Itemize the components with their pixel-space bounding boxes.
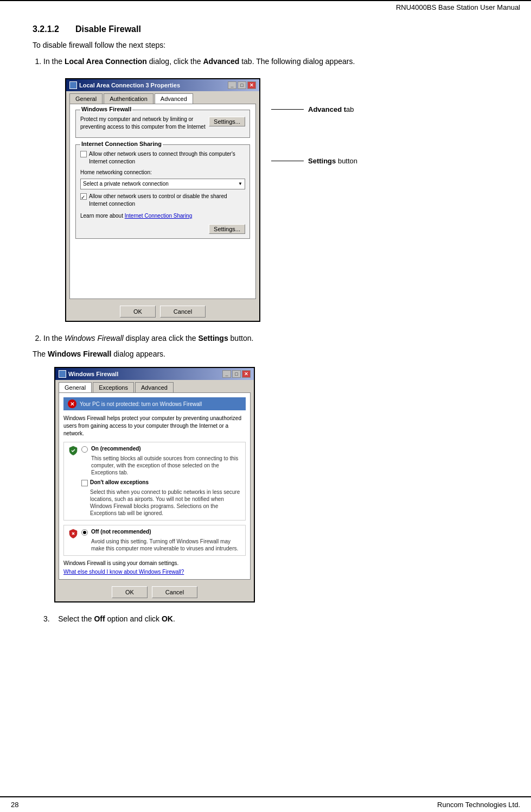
dialog1-cancel-button[interactable]: Cancel bbox=[160, 306, 206, 318]
dialog1-area: Local Area Connection 3 Properties _ □ ✕… bbox=[65, 78, 498, 322]
dialog1-title: Local Area Connection 3 Properties bbox=[69, 81, 180, 89]
section-number: 3.2.1.2 bbox=[33, 24, 59, 34]
dialog2-tb-buttons[interactable]: _ □ ✕ bbox=[222, 370, 251, 378]
bold-off: Off bbox=[94, 614, 105, 623]
bold-settings: Settings bbox=[198, 334, 228, 342]
steps-list: In the Local Area Connection dialog, cli… bbox=[43, 56, 498, 344]
sharing-checkbox2-label: Allow other network users to control or … bbox=[89, 193, 245, 208]
domain-note: Windows Firewall is using your domain se… bbox=[63, 560, 246, 566]
on-radio[interactable] bbox=[81, 446, 88, 453]
bold-local-area: Local Area Connection bbox=[65, 57, 147, 66]
italic-windows-firewall: Windows Firewall bbox=[65, 334, 124, 342]
page-header: RNU4000BS Base Station User Manual bbox=[0, 0, 531, 14]
d2-tab-general[interactable]: General bbox=[59, 382, 92, 392]
settings-btn-annotation: Settings button bbox=[271, 157, 357, 165]
sharing-checkbox2[interactable] bbox=[80, 193, 87, 200]
learn-more-text: Learn more about Internet Connection Sha… bbox=[80, 212, 245, 220]
off-option-desc: Avoid using this setting. Turning off Wi… bbox=[91, 538, 241, 552]
d2-tab-exceptions[interactable]: Exceptions bbox=[93, 382, 134, 392]
dialog2-screenshot: Windows Firewall _ □ ✕ General Exception… bbox=[54, 367, 255, 602]
firewall-desc: Windows Firewall helps protect your comp… bbox=[63, 415, 246, 437]
section-heading: 3.2.1.2 Disable Firewall bbox=[33, 24, 498, 34]
dialog2-title: Windows Firewall bbox=[59, 370, 118, 378]
tab-advanced[interactable]: Advanced bbox=[155, 93, 193, 104]
annotations: Advanced tab Settings button bbox=[271, 78, 357, 165]
dialog1-title-text: Local Area Connection 3 Properties bbox=[79, 82, 180, 88]
on-option-content: On (recommended) This setting blocks all… bbox=[81, 446, 241, 476]
step-1: In the Local Area Connection dialog, cli… bbox=[43, 56, 498, 322]
on-option-desc: This setting blocks all outside sources … bbox=[91, 455, 241, 476]
dont-allow-label: Don't allow exceptions bbox=[90, 479, 149, 485]
off-option-section: Off (not recommended) Avoid using this s… bbox=[63, 525, 246, 556]
dont-allow-checkbox[interactable] bbox=[81, 480, 88, 486]
dialog1-icon bbox=[69, 81, 77, 89]
dialog1-screenshot: Local Area Connection 3 Properties _ □ ✕… bbox=[65, 78, 260, 322]
intro-text: To disable firewall follow the next step… bbox=[33, 41, 498, 49]
dialog2-titlebar: Windows Firewall _ □ ✕ bbox=[55, 368, 254, 380]
dont-allow-desc: Select this when you connect to public n… bbox=[90, 489, 241, 517]
maximize-button[interactable]: □ bbox=[238, 81, 246, 89]
page-content: 3.2.1.2 Disable Firewall To disable fire… bbox=[0, 14, 531, 657]
dropdown-arrow: ▼ bbox=[238, 181, 242, 187]
settings2-container: Settings... bbox=[80, 223, 245, 234]
dialog1-ok-button[interactable]: OK bbox=[120, 306, 156, 318]
red-shield-icon bbox=[68, 529, 78, 538]
dialog2-icon bbox=[59, 370, 66, 378]
firewall-group-content: Settings... Protect my computer and netw… bbox=[80, 116, 245, 131]
learn-link[interactable]: Internet Connection Sharing bbox=[125, 213, 193, 219]
footer-page-number: 28 bbox=[11, 801, 18, 809]
between-steps-text: The Windows Firewall dialog appears. bbox=[33, 350, 498, 358]
off-radio[interactable] bbox=[81, 529, 88, 536]
advanced-tab-bold: Advanced t bbox=[308, 105, 346, 113]
network-dropdown[interactable]: Select a private network connection ▼ bbox=[80, 179, 245, 189]
sharing-group-content: Allow other network users to connect thr… bbox=[80, 150, 245, 234]
sharing-checkbox-row: Allow other network users to connect thr… bbox=[80, 150, 245, 166]
dialog2-ok-button[interactable]: OK bbox=[112, 586, 148, 598]
dialog2-title-text: Windows Firewall bbox=[68, 371, 118, 377]
on-option-title: On (recommended) bbox=[91, 446, 141, 452]
warning-icon: ✕ bbox=[68, 399, 76, 408]
bold-ok: OK bbox=[162, 614, 173, 623]
warning-text: Your PC is not protected: turn on Window… bbox=[80, 401, 202, 407]
page-footer: 28 Runcom Technologies Ltd. bbox=[0, 796, 531, 812]
sharing-checkbox2-row: Allow other network users to control or … bbox=[80, 193, 245, 208]
dialog2-body: ✕ Your PC is not protected: turn on Wind… bbox=[59, 392, 251, 580]
section-title: Disable Firewall bbox=[75, 24, 141, 34]
step-2: In the Windows Firewall display area cli… bbox=[43, 333, 498, 344]
dialog1-tabs: General Authentication Advanced bbox=[66, 91, 259, 104]
learn-prefix: Learn more about bbox=[80, 213, 125, 219]
step-3-text: 3. Select the Off option and click OK. bbox=[43, 614, 175, 623]
d2-minimize-button[interactable]: _ bbox=[222, 370, 231, 378]
firewall-learn-link[interactable]: What else should I know about Windows Fi… bbox=[63, 569, 184, 575]
sharing-settings-button[interactable]: Settings... bbox=[209, 224, 245, 234]
off-option-header: Off (not recommended) Avoid using this s… bbox=[68, 529, 241, 552]
dont-allow-row: Don't allow exceptions bbox=[81, 479, 241, 486]
firewall-group-title: Windows Firewall bbox=[80, 106, 132, 112]
titlebar-buttons[interactable]: _ □ ✕ bbox=[228, 81, 256, 89]
tab-general[interactable]: General bbox=[69, 93, 103, 104]
home-network-label: Home networking connection: bbox=[80, 169, 245, 176]
off-radio-row: Off (not recommended) bbox=[81, 529, 241, 536]
bold-advanced: Advanced bbox=[203, 57, 239, 66]
tab-authentication[interactable]: Authentication bbox=[104, 93, 153, 104]
sharing-checkbox-label: Allow other network users to connect thr… bbox=[89, 150, 245, 166]
d2-tab-advanced[interactable]: Advanced bbox=[135, 382, 174, 392]
footer-company: Runcom Technologies Ltd. bbox=[437, 801, 520, 809]
step-3-container: 3. Select the Off option and click OK. bbox=[43, 613, 498, 625]
dont-allow-section: Don't allow exceptions Select this when … bbox=[81, 479, 241, 517]
firewall-settings-button[interactable]: Settings... bbox=[209, 117, 245, 126]
close-button[interactable]: ✕ bbox=[247, 81, 256, 89]
sharing-group-title: Internet Connection Sharing bbox=[80, 141, 163, 147]
step-1-text: In the Local Area Connection dialog, cli… bbox=[43, 57, 355, 66]
minimize-button[interactable]: _ bbox=[228, 81, 236, 89]
dialog1-footer: OK Cancel bbox=[66, 302, 259, 321]
annotation-line-1 bbox=[271, 109, 304, 110]
header-title: RNU4000BS Base Station User Manual bbox=[396, 3, 520, 11]
settings-btn-label: Settings button bbox=[308, 157, 357, 165]
warning-bar: ✕ Your PC is not protected: turn on Wind… bbox=[63, 397, 246, 410]
d2-close-button[interactable]: ✕ bbox=[242, 370, 251, 378]
dialog2-cancel-button[interactable]: Cancel bbox=[152, 586, 197, 598]
d2-maximize-button[interactable]: □ bbox=[232, 370, 241, 378]
step-2-text: In the Windows Firewall display area cli… bbox=[43, 334, 253, 342]
sharing-checkbox[interactable] bbox=[80, 151, 87, 157]
